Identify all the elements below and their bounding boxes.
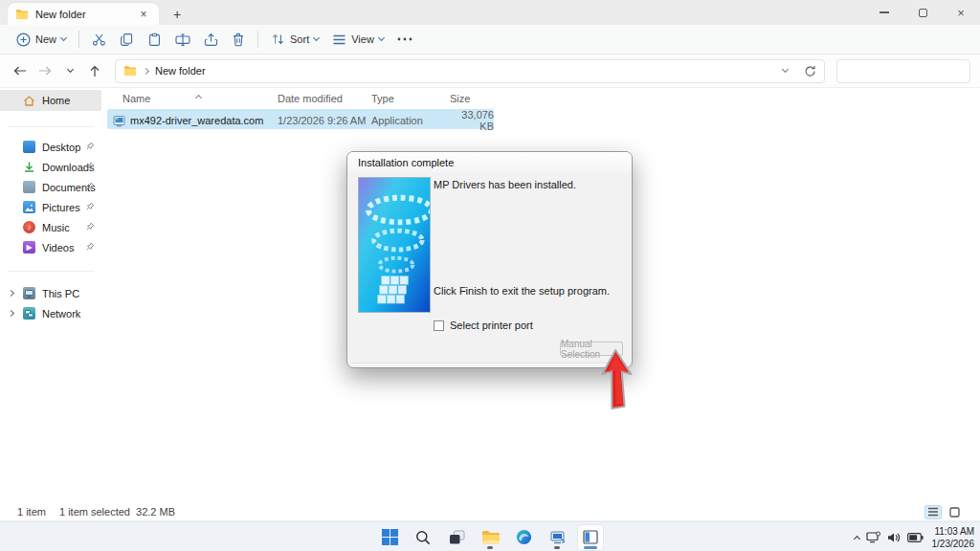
file-explorer-button[interactable] — [478, 525, 502, 550]
cut-button[interactable] — [85, 27, 113, 52]
breadcrumb[interactable]: New folder — [115, 59, 825, 83]
expand-chevron-icon[interactable] — [8, 290, 14, 297]
installer-app-button[interactable] — [545, 525, 569, 550]
sort-icon — [271, 33, 285, 46]
sidebar-item-this-pc[interactable]: This PC — [0, 283, 101, 303]
downloads-icon — [23, 161, 35, 173]
network-icon — [23, 307, 35, 320]
tab-close-icon[interactable]: × — [136, 7, 151, 22]
ellipsis-icon — [397, 37, 412, 41]
delete-button[interactable] — [225, 27, 252, 52]
installer-dialog: Installation complete MP Drivers has bee… — [346, 151, 633, 368]
share-button[interactable] — [197, 27, 225, 52]
selection-count: 1 item selected — [59, 506, 130, 518]
search-box[interactable] — [836, 59, 970, 83]
details-view-icon — [927, 507, 939, 517]
search-input[interactable] — [845, 65, 980, 77]
breadcrumb-path[interactable]: New folder — [155, 65, 206, 77]
edge-icon — [516, 529, 532, 545]
desktop-icon — [23, 141, 35, 153]
start-button[interactable] — [377, 525, 402, 550]
red-arrow-pointer — [590, 346, 637, 412]
up-button[interactable] — [84, 60, 105, 81]
edge-browser-button[interactable] — [511, 525, 536, 550]
explorer-tab[interactable]: New folder × — [8, 3, 159, 25]
system-tray: 11:03 AM 1/23/2026 — [855, 522, 975, 551]
toolbar-divider — [257, 31, 258, 48]
taskbar-search-button[interactable] — [411, 525, 435, 550]
volume-tray-icon[interactable] — [887, 532, 901, 543]
expand-chevron-icon[interactable] — [8, 310, 14, 317]
column-header-date-modified[interactable]: Date modified — [278, 93, 371, 104]
minimize-button[interactable] — [865, 0, 903, 25]
item-count: 1 item — [17, 506, 46, 518]
this-pc-icon — [23, 287, 35, 299]
column-header-size[interactable]: Size — [450, 93, 494, 104]
navigation-pane: Home Desktop Downloads Documents Picture… — [0, 88, 101, 503]
view-button[interactable]: View — [325, 27, 390, 52]
large-icons-view-button[interactable] — [946, 505, 963, 519]
file-name: mx492-driver_waredata.com — [130, 115, 263, 126]
close-button[interactable]: × — [942, 0, 980, 25]
tab-title: New folder — [35, 9, 129, 20]
copy-button[interactable] — [113, 27, 141, 52]
recent-locations-button[interactable] — [59, 60, 80, 81]
sidebar-item-desktop[interactable]: Desktop — [0, 137, 101, 157]
taskbar: 11:03 AM 1/23/2026 — [0, 521, 980, 551]
refresh-icon[interactable] — [804, 65, 816, 77]
pictures-icon — [23, 201, 35, 213]
select-printer-port-checkbox[interactable] — [434, 320, 444, 331]
file-explorer-icon — [481, 530, 500, 545]
address-dropdown-icon[interactable] — [782, 66, 789, 73]
network-tray-icon[interactable] — [866, 531, 880, 543]
forward-button[interactable] — [34, 60, 56, 81]
sidebar-item-music[interactable]: ♪ Music — [0, 217, 101, 237]
sort-button[interactable]: Sort — [264, 27, 325, 52]
sidebar-item-label: Videos — [42, 242, 74, 253]
arrow-right-icon — [38, 65, 52, 77]
new-button[interactable]: New — [10, 27, 73, 52]
toolbar-divider — [78, 31, 79, 48]
new-tab-button[interactable]: + — [168, 6, 186, 23]
videos-icon: ▶ — [23, 241, 35, 253]
chevron-down-icon — [66, 66, 73, 73]
pin-icon — [86, 202, 95, 210]
window-controls: × — [865, 0, 980, 25]
scissors-icon — [92, 33, 106, 47]
more-options-button[interactable] — [390, 27, 419, 52]
sidebar-item-documents[interactable]: Documents — [0, 177, 101, 197]
active-app-indicator — [584, 546, 597, 549]
sidebar-item-network[interactable]: Network — [0, 303, 101, 323]
view-icon — [332, 33, 346, 46]
paste-icon — [147, 33, 162, 47]
rename-button[interactable] — [168, 27, 197, 52]
task-view-button[interactable] — [444, 525, 469, 550]
sidebar-item-downloads[interactable]: Downloads — [0, 157, 101, 177]
maximize-button[interactable] — [903, 0, 942, 25]
active-window-button[interactable] — [578, 525, 603, 550]
column-header-type[interactable]: Type — [371, 93, 450, 104]
view-toggles — [924, 505, 963, 519]
details-view-button[interactable] — [924, 505, 942, 519]
copy-icon — [120, 33, 134, 47]
pin-icon — [86, 162, 95, 170]
file-name-cell: mx492-driver_waredata.com — [107, 115, 278, 127]
clock-time: 11:03 AM — [932, 525, 975, 538]
file-row[interactable]: mx492-driver_waredata.com 1/23/2026 9:26… — [107, 109, 494, 129]
chevron-down-icon — [313, 34, 320, 41]
status-bar: 1 item 1 item selected 32.2 MB — [0, 503, 980, 521]
sidebar-item-home[interactable]: Home — [0, 90, 101, 111]
sidebar-item-pictures[interactable]: Pictures — [0, 197, 101, 217]
taskbar-center — [377, 522, 603, 551]
column-header-name[interactable]: Name — [107, 93, 278, 104]
address-bar: New folder — [0, 55, 980, 88]
dialog-title: Installation complete — [347, 152, 632, 173]
sidebar-divider — [8, 271, 94, 272]
paste-button[interactable] — [141, 27, 168, 52]
sidebar-item-videos[interactable]: ▶ Videos — [0, 237, 101, 257]
taskbar-clock[interactable]: 11:03 AM 1/23/2026 — [932, 525, 975, 550]
sidebar-divider — [8, 126, 94, 127]
battery-tray-icon[interactable] — [907, 533, 924, 542]
back-button[interactable] — [10, 60, 31, 81]
tray-overflow-chevron-icon[interactable] — [853, 535, 859, 541]
